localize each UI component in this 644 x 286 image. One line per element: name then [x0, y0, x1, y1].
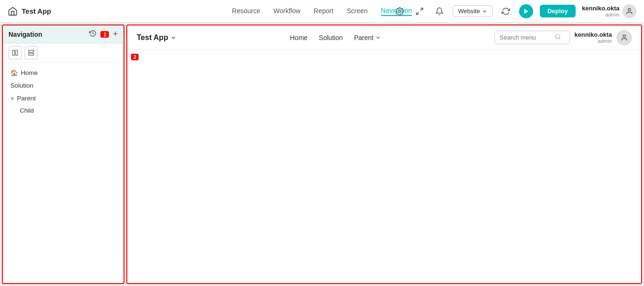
panel-view-icon-2[interactable] — [25, 46, 38, 59]
preview-nav-solution[interactable]: Solution — [319, 34, 343, 41]
badge-2: 2 — [131, 54, 139, 60]
tree-item-parent-label: Parent — [17, 95, 36, 102]
panel-view-icon-1[interactable] — [8, 46, 22, 59]
tree-item-solution-label: Solution — [10, 82, 33, 89]
user-group: kenniko.okta admin — [582, 4, 636, 18]
svg-rect-6 — [16, 50, 17, 56]
tree-item-child-label: Child — [20, 107, 34, 114]
preview-nav-home[interactable]: Home — [290, 34, 307, 41]
top-nav-right: Website Deploy kenniko.okta admin — [393, 4, 636, 18]
preview-content: 2 — [127, 50, 641, 283]
preview-username: kenniko.okta — [575, 31, 612, 39]
svg-marker-3 — [524, 8, 528, 14]
preview-app-name[interactable]: Test App — [137, 33, 177, 42]
svg-line-1 — [421, 8, 423, 10]
home-icon — [8, 6, 18, 16]
username: kenniko.okta — [582, 5, 619, 12]
tree-item-child[interactable]: Child — [3, 105, 124, 116]
tree-item-home-label: Home — [21, 69, 38, 76]
nav-tree: 🏠 Home Solution ∨ Parent Child — [3, 63, 124, 283]
notification-icon[interactable] — [433, 5, 446, 18]
svg-point-4 — [628, 8, 630, 11]
svg-rect-7 — [29, 50, 34, 52]
expand-icon[interactable] — [413, 5, 426, 18]
preview-user-info: kenniko.okta admin — [575, 31, 612, 44]
nav-workflow[interactable]: Workflow — [273, 7, 300, 16]
history-icon[interactable] — [89, 30, 97, 39]
left-panel: Navigation 1 + — [2, 25, 124, 284]
left-panel-actions: 1 + — [89, 29, 118, 39]
website-button[interactable]: Website — [453, 5, 493, 17]
tree-item-parent[interactable]: ∨ Parent — [3, 92, 124, 105]
top-nav-left: Test App — [8, 6, 51, 16]
svg-point-9 — [555, 34, 559, 39]
app-name: Test App — [22, 7, 51, 15]
badge-1: 1 — [100, 31, 109, 38]
search-icon — [554, 33, 561, 41]
preview-nav-center: Home Solution Parent — [290, 34, 381, 41]
svg-line-2 — [417, 12, 419, 14]
user-role: admin — [582, 12, 619, 17]
left-panel-toolbar — [3, 43, 124, 63]
nav-report[interactable]: Report — [314, 7, 333, 16]
search-input[interactable] — [500, 34, 552, 41]
user-info: kenniko.okta admin — [582, 5, 619, 18]
preview-avatar[interactable] — [617, 30, 632, 45]
left-panel-title: Navigation — [8, 31, 42, 38]
avatar[interactable] — [622, 4, 636, 18]
nav-navigation[interactable]: Navigation — [381, 7, 412, 16]
refresh-icon[interactable] — [499, 5, 512, 18]
preview-bar: Test App Home Solution Parent — [127, 25, 641, 50]
main-layout: Navigation 1 + — [0, 23, 644, 286]
svg-rect-5 — [13, 50, 15, 56]
nav-screen[interactable]: Screen — [347, 7, 367, 16]
svg-point-11 — [623, 35, 625, 37]
preview-right: kenniko.okta admin — [495, 30, 632, 45]
preview-user-role: admin — [575, 38, 612, 44]
top-nav: Test App Resource Workflow Report Screen… — [0, 0, 644, 23]
svg-line-10 — [559, 38, 560, 40]
chevron-down-icon: ∨ — [10, 95, 14, 101]
add-icon[interactable]: + — [113, 29, 118, 39]
preview-nav-parent[interactable]: Parent — [354, 34, 381, 41]
home-tree-icon: 🏠 — [10, 69, 18, 76]
svg-rect-8 — [29, 53, 34, 55]
left-panel-header: Navigation 1 + — [3, 25, 124, 43]
deploy-button[interactable]: Deploy — [540, 5, 575, 17]
right-panel: Test App Home Solution Parent — [126, 25, 642, 284]
top-nav-center: Resource Workflow Report Screen Navigati… — [232, 7, 412, 16]
nav-resource[interactable]: Resource — [232, 7, 260, 16]
play-icon[interactable] — [519, 4, 533, 18]
search-box[interactable] — [495, 31, 570, 44]
tree-item-home[interactable]: 🏠 Home — [3, 66, 124, 79]
tree-item-solution[interactable]: Solution — [3, 79, 124, 92]
